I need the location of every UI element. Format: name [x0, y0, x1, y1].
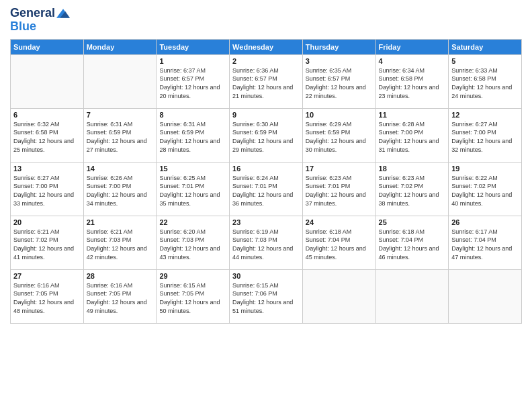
calendar-row-2: 6Sunrise: 6:32 AM Sunset: 6:58 PM Daylig… — [11, 108, 522, 162]
day-number-18: 18 — [379, 165, 446, 173]
calendar-cell-4: 3Sunrise: 6:35 AM Sunset: 6:57 PM Daylig… — [302, 54, 375, 108]
calendar-cell-25: 24Sunrise: 6:18 AM Sunset: 7:04 PM Dayli… — [302, 216, 375, 269]
day-number-23: 23 — [232, 218, 300, 226]
day-info-22: Sunrise: 6:20 AM Sunset: 7:03 PM Dayligh… — [159, 228, 226, 261]
day-info-15: Sunrise: 6:25 AM Sunset: 7:01 PM Dayligh… — [159, 174, 226, 208]
day-number-2: 2 — [232, 57, 300, 65]
day-number-13: 13 — [13, 165, 81, 173]
day-info-19: Sunrise: 6:22 AM Sunset: 7:02 PM Dayligh… — [451, 174, 519, 208]
day-number-1: 1 — [159, 57, 226, 65]
calendar-cell-27: 26Sunrise: 6:17 AM Sunset: 7:04 PM Dayli… — [449, 216, 522, 269]
calendar-cell-24: 23Sunrise: 6:19 AM Sunset: 7:03 PM Dayli… — [230, 216, 303, 269]
day-info-8: Sunrise: 6:31 AM Sunset: 6:59 PM Dayligh… — [159, 120, 226, 154]
weekday-header-saturday: Saturday — [449, 39, 522, 54]
calendar-cell-32 — [302, 269, 375, 323]
day-info-30: Sunrise: 6:15 AM Sunset: 7:06 PM Dayligh… — [232, 281, 300, 315]
day-info-6: Sunrise: 6:32 AM Sunset: 6:58 PM Dayligh… — [13, 120, 81, 154]
day-number-26: 26 — [451, 218, 519, 226]
weekday-header-wednesday: Wednesday — [230, 39, 303, 54]
day-info-5: Sunrise: 6:33 AM Sunset: 6:58 PM Dayligh… — [451, 66, 519, 100]
day-info-12: Sunrise: 6:27 AM Sunset: 7:00 PM Dayligh… — [451, 120, 519, 154]
day-info-14: Sunrise: 6:26 AM Sunset: 7:00 PM Dayligh… — [87, 174, 154, 208]
day-number-28: 28 — [87, 272, 154, 280]
weekday-header-row: SundayMondayTuesdayWednesdayThursdayFrid… — [11, 39, 522, 54]
day-number-12: 12 — [451, 111, 519, 119]
day-number-17: 17 — [306, 165, 373, 173]
calendar-cell-3: 2Sunrise: 6:36 AM Sunset: 6:57 PM Daylig… — [230, 54, 303, 108]
calendar-cell-2: 1Sunrise: 6:37 AM Sunset: 6:57 PM Daylig… — [157, 54, 230, 108]
day-info-28: Sunrise: 6:16 AM Sunset: 7:05 PM Dayligh… — [87, 281, 154, 315]
day-number-21: 21 — [87, 218, 154, 226]
weekday-header-sunday: Sunday — [11, 39, 84, 54]
calendar-cell-13: 12Sunrise: 6:27 AM Sunset: 7:00 PM Dayli… — [449, 108, 522, 162]
day-number-5: 5 — [451, 57, 519, 65]
day-number-29: 29 — [159, 272, 226, 280]
day-number-22: 22 — [159, 218, 226, 226]
calendar-cell-29: 28Sunrise: 6:16 AM Sunset: 7:05 PM Dayli… — [83, 269, 157, 323]
day-number-9: 9 — [232, 111, 300, 119]
calendar-cell-26: 25Sunrise: 6:18 AM Sunset: 7:04 PM Dayli… — [375, 216, 449, 269]
calendar-table: SundayMondayTuesdayWednesdayThursdayFrid… — [10, 39, 522, 324]
day-info-4: Sunrise: 6:34 AM Sunset: 6:58 PM Dayligh… — [379, 66, 446, 100]
day-number-3: 3 — [306, 57, 373, 65]
calendar-row-5: 27Sunrise: 6:16 AM Sunset: 7:05 PM Dayli… — [11, 269, 522, 323]
calendar-cell-31: 30Sunrise: 6:15 AM Sunset: 7:06 PM Dayli… — [230, 269, 303, 323]
calendar-cell-18: 17Sunrise: 6:23 AM Sunset: 7:01 PM Dayli… — [302, 162, 375, 216]
day-number-8: 8 — [159, 111, 226, 119]
day-info-18: Sunrise: 6:23 AM Sunset: 7:02 PM Dayligh… — [379, 174, 446, 208]
day-number-19: 19 — [451, 165, 519, 173]
logo: General Blue — [10, 7, 70, 34]
calendar-cell-0 — [11, 54, 84, 108]
calendar-cell-28: 27Sunrise: 6:16 AM Sunset: 7:05 PM Dayli… — [11, 269, 84, 323]
day-number-20: 20 — [13, 218, 81, 226]
day-info-20: Sunrise: 6:21 AM Sunset: 7:02 PM Dayligh… — [13, 228, 81, 261]
calendar-cell-10: 9Sunrise: 6:30 AM Sunset: 6:59 PM Daylig… — [230, 108, 303, 162]
day-info-17: Sunrise: 6:23 AM Sunset: 7:01 PM Dayligh… — [306, 174, 373, 208]
day-info-27: Sunrise: 6:16 AM Sunset: 7:05 PM Dayligh… — [13, 281, 81, 315]
calendar-cell-6: 5Sunrise: 6:33 AM Sunset: 6:58 PM Daylig… — [449, 54, 522, 108]
header: General Blue — [10, 7, 522, 34]
day-info-7: Sunrise: 6:31 AM Sunset: 6:59 PM Dayligh… — [87, 120, 154, 154]
calendar-cell-15: 14Sunrise: 6:26 AM Sunset: 7:00 PM Dayli… — [83, 162, 157, 216]
page: General Blue SundayMondayTuesdayWednesda… — [0, 0, 532, 411]
calendar-cell-20: 19Sunrise: 6:22 AM Sunset: 7:02 PM Dayli… — [449, 162, 522, 216]
calendar-cell-12: 11Sunrise: 6:28 AM Sunset: 7:00 PM Dayli… — [375, 108, 449, 162]
day-info-9: Sunrise: 6:30 AM Sunset: 6:59 PM Dayligh… — [232, 120, 300, 154]
calendar-cell-7: 6Sunrise: 6:32 AM Sunset: 6:58 PM Daylig… — [11, 108, 84, 162]
day-info-23: Sunrise: 6:19 AM Sunset: 7:03 PM Dayligh… — [232, 228, 300, 261]
day-number-15: 15 — [159, 165, 226, 173]
day-info-10: Sunrise: 6:29 AM Sunset: 6:59 PM Dayligh… — [306, 120, 373, 154]
calendar-cell-16: 15Sunrise: 6:25 AM Sunset: 7:01 PM Dayli… — [157, 162, 230, 216]
logo-blue-text: Blue — [10, 20, 70, 34]
calendar-cell-23: 22Sunrise: 6:20 AM Sunset: 7:03 PM Dayli… — [157, 216, 230, 269]
calendar-row-4: 20Sunrise: 6:21 AM Sunset: 7:02 PM Dayli… — [11, 216, 522, 269]
day-info-1: Sunrise: 6:37 AM Sunset: 6:57 PM Dayligh… — [159, 66, 226, 100]
day-number-6: 6 — [13, 111, 81, 119]
day-number-11: 11 — [379, 111, 446, 119]
logo-text: General — [10, 7, 55, 20]
calendar-cell-1 — [83, 54, 157, 108]
calendar-cell-33 — [375, 269, 449, 323]
day-info-13: Sunrise: 6:27 AM Sunset: 7:00 PM Dayligh… — [13, 174, 81, 208]
day-info-29: Sunrise: 6:15 AM Sunset: 7:05 PM Dayligh… — [159, 281, 226, 315]
day-number-30: 30 — [232, 272, 300, 280]
calendar-cell-19: 18Sunrise: 6:23 AM Sunset: 7:02 PM Dayli… — [375, 162, 449, 216]
calendar-cell-8: 7Sunrise: 6:31 AM Sunset: 6:59 PM Daylig… — [83, 108, 157, 162]
day-number-4: 4 — [379, 57, 446, 65]
calendar-row-3: 13Sunrise: 6:27 AM Sunset: 7:00 PM Dayli… — [11, 162, 522, 216]
day-info-16: Sunrise: 6:24 AM Sunset: 7:01 PM Dayligh… — [232, 174, 300, 208]
calendar-row-1: 1Sunrise: 6:37 AM Sunset: 6:57 PM Daylig… — [11, 54, 522, 108]
weekday-header-friday: Friday — [375, 39, 449, 54]
calendar-cell-5: 4Sunrise: 6:34 AM Sunset: 6:58 PM Daylig… — [375, 54, 449, 108]
day-info-24: Sunrise: 6:18 AM Sunset: 7:04 PM Dayligh… — [306, 228, 373, 261]
calendar-cell-34 — [449, 269, 522, 323]
day-number-16: 16 — [232, 165, 300, 173]
day-info-21: Sunrise: 6:21 AM Sunset: 7:03 PM Dayligh… — [87, 228, 154, 261]
day-number-7: 7 — [87, 111, 154, 119]
day-info-3: Sunrise: 6:35 AM Sunset: 6:57 PM Dayligh… — [306, 66, 373, 100]
day-number-10: 10 — [306, 111, 373, 119]
day-info-26: Sunrise: 6:17 AM Sunset: 7:04 PM Dayligh… — [451, 228, 519, 261]
calendar-cell-9: 8Sunrise: 6:31 AM Sunset: 6:59 PM Daylig… — [157, 108, 230, 162]
calendar-cell-14: 13Sunrise: 6:27 AM Sunset: 7:00 PM Dayli… — [11, 162, 84, 216]
weekday-header-thursday: Thursday — [302, 39, 375, 54]
